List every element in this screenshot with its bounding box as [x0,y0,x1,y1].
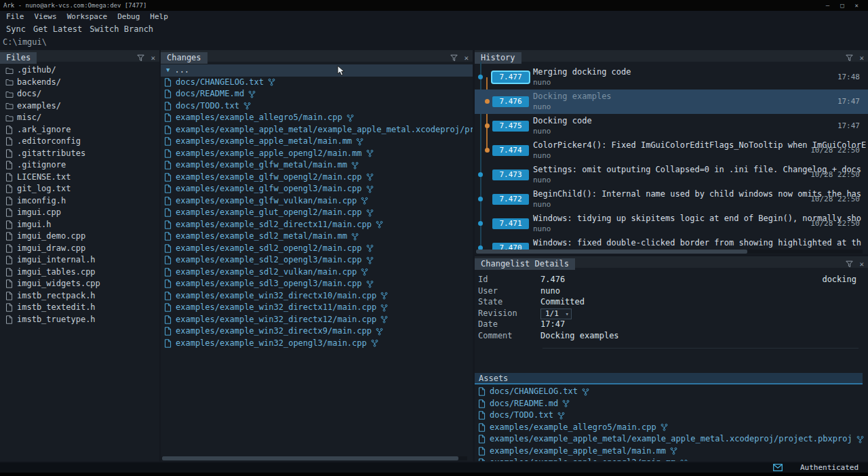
changed-file-name: examples/example_allegro5/main.cpp [176,112,342,124]
changed-file-row[interactable]: examples/example_glfw_metal/main.mm [161,159,473,172]
changed-file-row[interactable]: examples/example_sdl2_opengl2/main.cpp [161,243,473,255]
file-row[interactable]: .editorconfig [0,136,159,148]
asset-row[interactable]: examples/example_allegro5/main.cpp [475,422,868,434]
changed-file-row[interactable]: examples/example_glfw_opengl2/main.cpp [161,172,473,184]
file-row[interactable]: git_log.txt [0,183,159,195]
file-name: backends/ [17,77,61,89]
asset-row[interactable]: examples/example_apple_metal/main.mm [475,445,868,458]
file-row[interactable]: backends/ [0,77,159,89]
file-row[interactable]: docs/ [0,88,159,100]
file-row[interactable]: imgui.h [0,219,159,231]
file-row[interactable]: imstb_rectpack.h [0,290,159,302]
changed-file-row[interactable]: examples/example_win32_opengl3/main.cpp [161,338,473,350]
asset-row[interactable]: examples/example_apple_metal/example_app… [475,433,868,445]
changed-file-row[interactable]: examples/example_glfw_vulkan/main.cpp [161,195,473,207]
changes-root-row[interactable]: ▼ ... [161,64,473,77]
file-row[interactable]: .gitattributes [0,148,159,160]
commit-row-7.474[interactable]: 7.474ColorPicker4(): Fixed ImGuiColorEdi… [475,138,868,163]
branch-fork-icon [361,268,368,276]
commit-message: Docking code [533,116,867,125]
file-row[interactable]: examples/ [0,100,159,113]
file-row[interactable]: imstb_textedit.h [0,302,159,314]
file-icon [164,339,172,348]
changed-file-row[interactable]: examples/example_apple_opengl2/main.mm [161,148,473,160]
field-value: 17:47 [540,319,565,330]
maximize-button[interactable]: □ [840,0,844,11]
commit-time: 17:47 [837,97,860,106]
file-row[interactable]: imgui_draw.cpp [0,243,159,255]
branch-dot-icon [485,148,490,153]
file-row[interactable]: misc/ [0,112,159,124]
changed-file-row[interactable]: examples/example_glut_opengl2/main.cpp [161,207,473,219]
menu-debug[interactable]: Debug [117,11,140,22]
changed-file-row[interactable]: examples/example_win32_directx10/main.cp… [161,290,473,302]
changes-hscrollbar[interactable] [161,456,467,460]
menu-views[interactable]: Views [35,11,57,22]
minimize-button[interactable]: – [826,0,829,11]
toolbar-switch-branch[interactable]: Switch Branch [89,22,154,36]
chevron-down-icon[interactable]: ▼ [166,64,170,77]
asset-name: docs/README.md [490,398,558,410]
changed-file-row[interactable]: examples/example_allegro5/main.cpp [161,112,473,124]
file-row[interactable]: imgui_internal.h [0,254,159,266]
changed-file-row[interactable]: examples/example_win32_directx12/main.cp… [161,314,473,326]
file-name: imconfig.h [17,195,66,207]
changed-file-row[interactable]: examples/example_win32_directx9/main.cpp [161,325,473,338]
asset-row[interactable]: docs/TODO.txt [475,410,868,422]
scrollbar-thumb[interactable] [162,456,458,460]
branch-fork-icon [380,292,388,300]
file-row[interactable]: imgui_tables.cpp [0,266,159,279]
asset-row[interactable]: docs/CHANGELOG.txt [475,386,868,398]
menu-workspace[interactable]: Workspace [67,11,108,22]
file-row[interactable]: .ark_ignore [0,124,159,136]
commit-dot-icon [478,221,483,226]
file-row[interactable]: .gitignore [0,159,159,172]
file-icon [164,292,172,300]
file-row[interactable]: imgui_widgets.cpp [0,278,159,290]
commit-row-7.472[interactable]: 7.472BeginChild(): Internal name used by… [475,187,868,212]
changed-file-row[interactable]: docs/TODO.txt [161,100,473,113]
file-icon [164,208,172,217]
changed-file-row[interactable]: examples/example_sdl2_vulkan/main.cpp [161,266,473,279]
changed-file-row[interactable]: examples/example_glfw_opengl3/main.cpp [161,183,473,195]
branch-fork-icon [856,435,864,443]
changed-file-row[interactable]: examples/example_sdl2_opengl3/main.cpp [161,254,473,266]
changed-file-row[interactable]: examples/example_apple_metal/main.mm [161,136,473,148]
history-hscrollbar[interactable] [475,250,863,254]
close-button[interactable]: ✕ [855,0,859,11]
commit-row-7.477[interactable]: 7.477Merging docking codenuno17:48 [475,65,868,90]
commit-row-7.471[interactable]: 7.471Windows: tidying up skipitems logic… [475,212,868,236]
commit-row-7.473[interactable]: 7.473Settings: omit outputing Collapsed=… [475,163,868,187]
changed-file-row[interactable]: examples/example_win32_directx11/main.cp… [161,302,473,314]
file-icon [164,78,172,87]
changed-file-name: examples/example_sdl2_opengl2/main.cpp [176,243,362,255]
file-row[interactable]: imconfig.h [0,195,159,207]
file-row[interactable]: imgui_demo.cpp [0,231,159,243]
asset-row[interactable]: examples/example_apple_opengl2/main.mm [475,457,868,461]
file-row[interactable]: imstb_truetype.h [0,314,159,326]
revision-badge: 7.473 [492,170,529,180]
changed-file-row[interactable]: docs/README.md [161,88,473,100]
toolbar-get-latest[interactable]: Get Latest [33,22,83,36]
changed-file-row[interactable]: examples/example_sdl3_opengl3/main.cpp [161,278,473,290]
file-row[interactable]: LICENSE.txt [0,172,159,184]
file-row[interactable]: imgui.cpp [0,207,159,219]
revision-combo[interactable]: 1/1▾ [540,309,572,319]
commit-row-7.475[interactable]: 7.475Docking codenuno17:47 [475,114,868,138]
commit-row-7.476[interactable]: 7.476Docking examplesnuno17:47 [475,90,868,114]
toolbar-sync[interactable]: Sync [5,22,26,36]
files-panel: Files ✕ .github/backends/docs/examples/m… [0,50,159,461]
details-panel-header: Changelist Details ✕ [475,256,868,268]
revision-badge: 7.476 [492,96,529,107]
commit-row-7.470[interactable]: 7.470Windows: fixed double-clicked borde… [475,236,868,250]
asset-row[interactable]: docs/README.md [475,398,868,410]
menu-file[interactable]: File [6,11,24,22]
file-row[interactable]: .github/ [0,64,159,77]
menu-help[interactable]: Help [150,11,168,22]
changed-file-row[interactable]: examples/example_sdl2_directx11/main.cpp [161,219,473,231]
file-icon [5,256,14,264]
changed-file-row[interactable]: examples/example_apple_metal/example_app… [161,124,473,136]
scrollbar-thumb[interactable] [476,250,747,254]
changed-file-row[interactable]: docs/CHANGELOG.txt [161,77,473,89]
changed-file-row[interactable]: examples/example_sdl2_metal/main.mm [161,231,473,243]
